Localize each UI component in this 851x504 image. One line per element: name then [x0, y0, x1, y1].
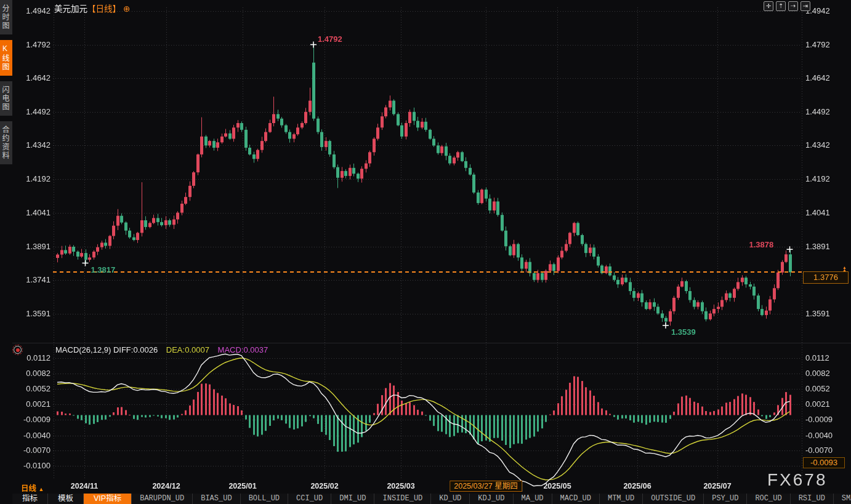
- sidebar-item-1[interactable]: K线图: [0, 40, 12, 76]
- time-label-3: 2025/02: [310, 482, 338, 490]
- crosshair-date-label: 2025/03/27 星期四: [450, 481, 522, 492]
- indicator-tab-INSIDE_UD[interactable]: INSIDE_UD: [374, 494, 431, 504]
- chart-type-sidebar: 分时图K线图闪电图合约资料: [0, 0, 12, 504]
- price-tick-right-3: 1.4492: [805, 107, 830, 117]
- time-label-7: 2025/07: [703, 482, 731, 490]
- indicator-tab-模板[interactable]: 模板: [48, 494, 84, 504]
- macd-tick-right-6: -0.0070: [805, 446, 833, 455]
- chart-canvas[interactable]: [0, 0, 851, 494]
- indicator-tab-OUTSIDE_UD[interactable]: OUTSIDE_UD: [643, 494, 704, 504]
- time-label-6: 2025/06: [623, 482, 651, 490]
- indicator-tab-VIP指标[interactable]: VIP指标: [84, 494, 132, 504]
- indicator-tab-bar: 指标模板VIP指标BARUPDN_UDBIAS_UDBOLL_UDCCI_UDD…: [12, 494, 851, 504]
- indicator-tab-RSI_UD[interactable]: RSI_UD: [791, 494, 834, 504]
- add-indicator-icon[interactable]: ⊕: [123, 4, 130, 14]
- price-tick-right-7: 1.3891: [805, 242, 830, 252]
- indicator-dot-icon[interactable]: [14, 346, 22, 354]
- chart-window: 分时图K线图闪电图合约资料 美元加元【日线】⊕ ✛⇡⇢⇥ 1.49421.479…: [0, 0, 851, 504]
- macd-crosshair-value: -0.0093: [803, 457, 845, 468]
- last-price-value: 1.3776: [813, 273, 838, 282]
- price-tick-right-5: 1.4192: [805, 174, 830, 184]
- price-up-arrows-icon: ▲▲: [842, 266, 847, 271]
- macd-tick-right-2: 0.0052: [805, 384, 830, 394]
- time-label-5: 2025/05: [543, 482, 571, 490]
- price-tick-right-1: 1.4792: [805, 40, 830, 50]
- indicator-tab-SMA_UD[interactable]: SMA_UD: [834, 494, 851, 504]
- chart-toolbar: ✛⇡⇢⇥: [764, 1, 810, 11]
- chart-title: 美元加元【日线】⊕: [54, 2, 130, 14]
- time-label-0: 2024/11: [71, 482, 99, 490]
- last-price-label: 1.3776 ▲▲: [803, 271, 849, 284]
- watermark: FX678: [767, 470, 828, 490]
- macd-tick-right-4: -0.0009: [805, 415, 833, 425]
- time-axis[interactable]: 日线 ▲ 2025/03/27 星期四 2024/112024/122025/0…: [0, 481, 851, 493]
- time-label-2: 2025/01: [228, 482, 256, 490]
- time-label-4: 2025/03: [387, 482, 414, 490]
- indicator-tab-BARUPDN_UD[interactable]: BARUPDN_UD: [132, 494, 193, 504]
- time-label-1: 2024/12: [152, 482, 180, 490]
- sidebar-item-2[interactable]: 闪电图: [0, 81, 12, 116]
- price-annotation-1.4792: 1.4792: [318, 34, 342, 44]
- period-selector-label: 日线: [21, 484, 36, 493]
- indicator-tab-指标[interactable]: 指标: [12, 494, 48, 504]
- period-selector-arrow-icon: ▲: [39, 486, 44, 492]
- indicator-tab-BOLL_UD[interactable]: BOLL_UD: [241, 494, 288, 504]
- sidebar-item-0[interactable]: 分时图: [0, 0, 12, 34]
- indicator-tab-BIAS_UD[interactable]: BIAS_UD: [193, 494, 240, 504]
- pan-icon[interactable]: ✛: [764, 1, 773, 11]
- price-annotation-1.3878: 1.3878: [749, 240, 774, 249]
- price-annotation-1.3539: 1.3539: [671, 327, 696, 337]
- price-tick-right-4: 1.4342: [805, 140, 830, 150]
- macd-tick-right-1: 0.0082: [805, 369, 830, 378]
- indicator-tab-CCI_UD[interactable]: CCI_UD: [288, 494, 331, 504]
- indicator-tab-MACD_UD[interactable]: MACD_UD: [552, 494, 600, 504]
- price-annotation-1.3817: 1.3817: [91, 265, 116, 274]
- x-axis-scale-icon[interactable]: ⇢: [788, 1, 798, 11]
- indicator-tab-ROC_UD[interactable]: ROC_UD: [747, 494, 790, 504]
- y-axis-scale-icon[interactable]: ⇡: [776, 1, 786, 11]
- sidebar-item-3[interactable]: 合约资料: [0, 121, 12, 164]
- period-name: 【日线】: [87, 4, 121, 14]
- price-tick-right-6: 1.4041: [805, 208, 830, 218]
- indicator-tab-MA_UD[interactable]: MA_UD: [514, 494, 552, 504]
- macd-tick-right-0: 0.0112: [805, 353, 829, 363]
- indicator-tab-PSY_UD[interactable]: PSY_UD: [704, 494, 747, 504]
- macd-tick-right-3: 0.0021: [805, 399, 830, 409]
- macd-dea-value: DEA:0.0007: [166, 345, 209, 354]
- period-selector[interactable]: 日线 ▲: [21, 482, 44, 494]
- macd-macd-value: MACD:0.0037: [218, 345, 268, 354]
- price-tick-right-9: 1.3591: [805, 309, 830, 319]
- indicator-tab-KDJ_UD[interactable]: KDJ_UD: [470, 494, 513, 504]
- shift-right-icon[interactable]: ⇥: [801, 1, 810, 11]
- macd-header[interactable]: MACD(26,12,9) DIFF:0.0026 DEA:0.0007 MAC…: [55, 345, 268, 354]
- macd-params-diff: MACD(26,12,9) DIFF:0.0026: [55, 345, 158, 354]
- indicator-tab-KD_UD[interactable]: KD_UD: [431, 494, 470, 504]
- indicator-tab-MTM_UD[interactable]: MTM_UD: [600, 494, 643, 504]
- symbol-name: 美元加元: [54, 4, 87, 14]
- macd-tick-right-5: -0.0040: [805, 431, 833, 441]
- indicator-tab-DMI_UD[interactable]: DMI_UD: [331, 494, 374, 504]
- price-tick-right-2: 1.4642: [805, 73, 830, 83]
